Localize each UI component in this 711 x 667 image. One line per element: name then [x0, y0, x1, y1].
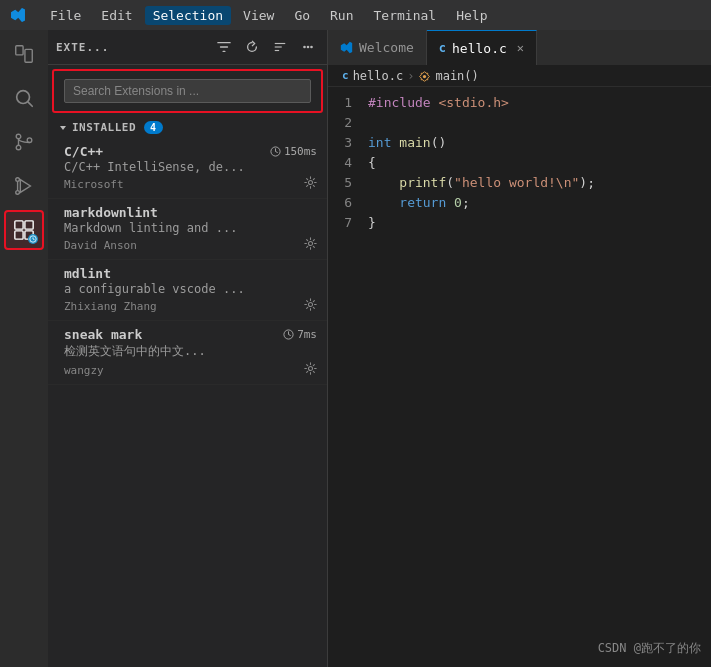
tab-hello-c[interactable]: c hello.c ✕ [427, 30, 537, 65]
ext-timing: 150ms [270, 145, 317, 158]
refresh-icon[interactable] [241, 36, 263, 58]
menu-run[interactable]: Run [322, 6, 361, 25]
svg-line-3 [28, 102, 32, 106]
svg-point-31 [423, 74, 426, 77]
extension-item[interactable]: markdownlint Markdown linting and ... Da… [48, 199, 327, 260]
svg-point-30 [308, 366, 312, 370]
breadcrumb-symbol: main() [435, 69, 478, 83]
ext-name: markdownlint [64, 205, 158, 220]
main-area: EXTE... [0, 30, 711, 667]
ext-name: sneak mark [64, 327, 142, 342]
activity-search[interactable] [4, 78, 44, 118]
gear-icon[interactable] [304, 237, 317, 253]
more-options-icon[interactable] [297, 36, 319, 58]
menu-terminal[interactable]: Terminal [366, 6, 445, 25]
code-line-4: 4 { [328, 155, 711, 175]
installed-section-header[interactable]: INSTALLED 4 [48, 117, 327, 138]
line-content-4: { [368, 155, 376, 170]
line-number-6: 6 [332, 195, 368, 210]
menu-edit[interactable]: Edit [93, 6, 140, 25]
titlebar: File Edit Selection View Go Run Terminal… [0, 0, 711, 30]
svg-point-27 [308, 241, 312, 245]
svg-point-23 [310, 46, 313, 49]
svg-point-26 [308, 180, 312, 184]
ext-author: wangzy [64, 364, 104, 377]
tab-close-button[interactable]: ✕ [517, 41, 524, 55]
activity-bar [0, 30, 48, 667]
editor-area: Welcome c hello.c ✕ c hello.c › main() 1 [328, 30, 711, 667]
menu-file[interactable]: File [42, 6, 89, 25]
ext-timing: 7ms [283, 328, 317, 341]
menu-bar: File Edit Selection View Go Run Terminal… [42, 6, 495, 25]
breadcrumb: c hello.c › main() [328, 65, 711, 87]
extension-item[interactable]: C/C++ 150ms C/C++ IntelliSense, de... Mi… [48, 138, 327, 199]
extension-list: C/C++ 150ms C/C++ IntelliSense, de... Mi… [48, 138, 327, 385]
sort-icon[interactable] [269, 36, 291, 58]
code-line-1: 1 #include <stdio.h> [328, 95, 711, 115]
gear-icon[interactable] [304, 176, 317, 192]
chevron-down-icon [58, 123, 68, 133]
menu-selection[interactable]: Selection [145, 6, 231, 25]
menu-view[interactable]: View [235, 6, 282, 25]
code-editor[interactable]: 1 #include <stdio.h> 2 3 int main() 4 { … [328, 87, 711, 667]
activity-explorer[interactable] [4, 34, 44, 74]
search-box-container [52, 69, 323, 113]
line-number-2: 2 [332, 115, 368, 130]
code-line-3: 3 int main() [328, 135, 711, 155]
c-file-icon: c [439, 41, 446, 55]
tab-hello-c-label: hello.c [452, 41, 507, 56]
activity-debug[interactable] [4, 166, 44, 206]
svg-point-9 [16, 191, 20, 195]
code-line-2: 2 [328, 115, 711, 135]
line-content-6: return 0; [368, 195, 470, 210]
menu-go[interactable]: Go [286, 6, 318, 25]
line-content-3: int main() [368, 135, 446, 150]
ext-description: 检测英文语句中的中文... [64, 343, 284, 360]
ext-description: a configurable vscode ... [64, 282, 284, 296]
svg-rect-11 [15, 221, 23, 229]
svg-marker-24 [60, 126, 66, 130]
sidebar-title: EXTE... [56, 41, 207, 54]
gear-icon[interactable] [304, 298, 317, 314]
svg-line-17 [33, 239, 35, 240]
svg-point-21 [303, 46, 306, 49]
menu-help[interactable]: Help [448, 6, 495, 25]
line-number-5: 5 [332, 175, 368, 190]
svg-rect-0 [16, 46, 23, 55]
search-extensions-input[interactable] [64, 79, 311, 103]
ext-name: C/C++ [64, 144, 103, 159]
tab-welcome[interactable]: Welcome [328, 30, 427, 65]
ext-author: David Anson [64, 239, 137, 252]
svg-point-4 [16, 134, 21, 139]
line-number-4: 4 [332, 155, 368, 170]
line-number-1: 1 [332, 95, 368, 110]
welcome-tab-icon [340, 41, 353, 54]
svg-point-28 [308, 302, 312, 306]
breadcrumb-c-icon: c [342, 69, 349, 82]
ext-author: Microsoft [64, 178, 124, 191]
tab-bar: Welcome c hello.c ✕ [328, 30, 711, 65]
code-line-6: 6 return 0; [328, 195, 711, 215]
svg-rect-1 [25, 49, 32, 62]
breadcrumb-file: hello.c [353, 69, 404, 83]
gear-icon[interactable] [304, 362, 317, 378]
breadcrumb-symbol-icon [418, 70, 431, 83]
extension-item[interactable]: sneak mark 7ms 检测英文语句中的中文... wangzy [48, 321, 327, 385]
ext-name: mdlint [64, 266, 111, 281]
ext-description: Markdown linting and ... [64, 221, 284, 235]
svg-point-8 [16, 178, 20, 182]
line-content-7: } [368, 215, 376, 230]
extension-item[interactable]: mdlint a configurable vscode ... Zhixian… [48, 260, 327, 321]
installed-badge: 4 [144, 121, 163, 134]
code-line-7: 7 } [328, 215, 711, 235]
activity-extensions[interactable] [4, 210, 44, 250]
filter-icon[interactable] [213, 36, 235, 58]
line-content-1: #include <stdio.h> [368, 95, 509, 110]
breadcrumb-separator: › [407, 69, 414, 83]
svg-rect-12 [25, 221, 33, 229]
line-number-3: 3 [332, 135, 368, 150]
svg-point-5 [16, 145, 21, 150]
extensions-sidebar: EXTE... [48, 30, 328, 667]
sidebar-header: EXTE... [48, 30, 327, 65]
activity-source-control[interactable] [4, 122, 44, 162]
